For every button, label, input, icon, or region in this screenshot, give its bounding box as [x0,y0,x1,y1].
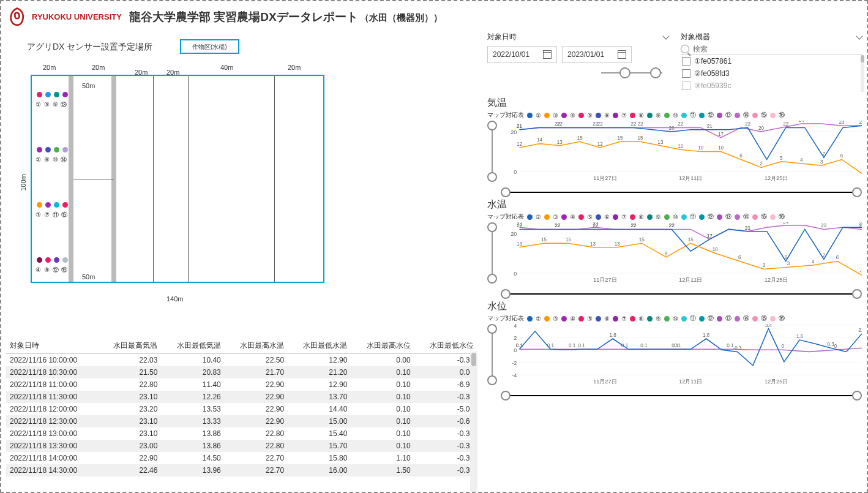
table-row[interactable]: 2022/11/18 13:30:0023.0013.8622.8015.700… [6,440,477,452]
sensor-dot [45,92,51,97]
date-to-input[interactable]: 2023/01/01 [562,46,632,63]
date-filter-label: 対象日時 [487,32,517,42]
chart-area[interactable]: 02011月27日12月11日12月25日2322232222172124222… [501,222,862,287]
sensor-dot [54,147,59,152]
svg-text:0: 0 [782,344,785,349]
svg-text:6: 6 [836,255,839,260]
y-range-slider[interactable] [487,324,497,385]
y-range-slider[interactable] [487,222,497,284]
svg-text:17: 17 [718,132,724,137]
table-row[interactable]: 2022/11/18 14:00:0022.9014.5022.7015.801… [6,452,477,464]
legend-dot [770,316,776,322]
dim-label: 20m [288,64,301,71]
crop-legend: 作物区(水稲) [180,39,239,54]
table-row[interactable]: 2022/11/16 10:00:0022.0310.4022.5012.900… [6,354,477,367]
y-range-slider[interactable] [487,121,497,182]
svg-text:3: 3 [820,159,823,165]
svg-text:21: 21 [707,124,713,129]
table-header[interactable]: 水田最低気温 [161,338,224,354]
table-header[interactable]: 水田最高気温 [98,338,161,354]
chevron-down-icon[interactable] [856,32,862,39]
date-from-input[interactable]: 2022/10/01 [487,46,557,63]
svg-text:13: 13 [615,241,621,247]
device-search[interactable] [681,43,862,55]
chart-area[interactable]: 02011月27日12月11日12月25日2122222222172024232… [501,121,862,185]
table-row[interactable]: 2022/11/18 11:00:0022.8011.4022.9012.900… [6,378,477,391]
table-row[interactable]: 2022/11/18 11:30:0023.1012.2622.9013.700… [6,391,477,403]
x-range-slider[interactable] [501,391,862,401]
chart-legend: マップ対応表②③④⑤⑥⑦⑧⑨⑩⑪⑫⑬⑭⑮⑯ [487,213,862,221]
table-header[interactable]: 水田最高水位 [351,338,414,354]
sensor-dot [54,92,59,97]
svg-text:15: 15 [577,135,583,141]
search-icon [681,45,689,53]
table-row[interactable]: 2022/11/18 12:00:0023.2013.5322.9014.400… [6,403,477,415]
legend-dot [647,214,653,220]
dim-label: 100m [20,174,27,191]
chart-area[interactable]: -4-202411月27日12月11日12月25日0.10.10.10.10.1… [501,324,862,388]
svg-text:15: 15 [541,237,547,243]
table-row[interactable]: 2022/11/18 12:30:0023.1013.3322.9015.000… [6,415,477,427]
table-row[interactable]: 2022/11/18 13:00:0023.1013.8622.8015.400… [6,427,477,440]
svg-text:0: 0 [514,271,517,277]
legend-dot [647,316,653,322]
device-filter-label: 対象機器 [681,32,710,42]
device-list-scrollbar[interactable] [861,55,864,92]
svg-text:14: 14 [537,137,543,143]
legend-dot [544,113,550,118]
legend-dot [770,214,776,220]
svg-text:15: 15 [688,237,694,243]
table-header[interactable]: 水田最高水温 [225,338,288,354]
table-row[interactable]: 2022/11/18 10:30:0021.5020.8321.7021.200… [6,366,477,378]
legend-dot [752,214,758,220]
device-checkbox-item[interactable]: ③fe05939c [681,80,862,92]
checkbox[interactable] [682,81,690,90]
svg-text:22: 22 [517,223,523,228]
legend-dot [561,316,567,322]
checkbox[interactable] [682,57,690,66]
svg-text:3: 3 [787,261,790,266]
svg-text:7: 7 [823,151,826,157]
device-checkbox-item[interactable]: ①fe057861 [681,55,862,67]
date-range-slider[interactable] [601,67,662,79]
table-header[interactable]: 水田最低水温 [288,338,351,354]
svg-text:13: 13 [590,241,596,247]
svg-text:1.8: 1.8 [703,333,710,338]
legend-dot [613,214,618,220]
svg-text:4: 4 [514,324,517,329]
svg-text:23: 23 [859,222,862,227]
sensor-dot [54,202,59,208]
sensor-dot [62,257,68,263]
chevron-down-icon[interactable] [662,32,669,39]
table-header[interactable]: 水田最低水位 [414,338,477,354]
svg-text:6: 6 [784,255,787,260]
device-checkbox-item[interactable]: ②fe058fd3 [681,67,862,80]
legend-dot [752,316,758,322]
svg-text:15: 15 [637,135,643,141]
chart-legend: マップ対応表②③④⑤⑥⑦⑧⑨⑩⑪⑫⑬⑭⑮⑯ [487,314,862,323]
device-filter: 対象機器 ①fe057861②fe058fd3③fe05939c [681,32,862,92]
svg-text:2: 2 [760,161,763,167]
svg-text:22: 22 [783,121,789,127]
x-range-slider[interactable] [501,289,862,299]
legend-dot [596,316,601,322]
sensor-dot [37,147,42,152]
search-input[interactable] [693,45,862,53]
legend-dot [735,316,740,322]
legend-dot [544,214,550,220]
legend-dot [735,214,740,220]
svg-text:-2: -2 [512,360,517,366]
svg-text:23: 23 [839,121,845,125]
table-scrollbar[interactable] [470,352,477,493]
svg-text:22: 22 [593,223,599,228]
svg-text:-0.3: -0.3 [733,345,742,351]
x-range-slider[interactable] [501,187,862,197]
legend-dot [561,113,567,118]
checkbox[interactable] [682,69,690,78]
svg-text:15: 15 [618,135,624,141]
legend-dot [681,113,687,118]
svg-text:22: 22 [593,121,599,127]
table-header[interactable]: 対象日時 [6,338,98,354]
sensor-row [37,92,68,97]
table-row[interactable]: 2022/11/18 14:30:0022.4613.9622.7016.001… [6,464,477,476]
